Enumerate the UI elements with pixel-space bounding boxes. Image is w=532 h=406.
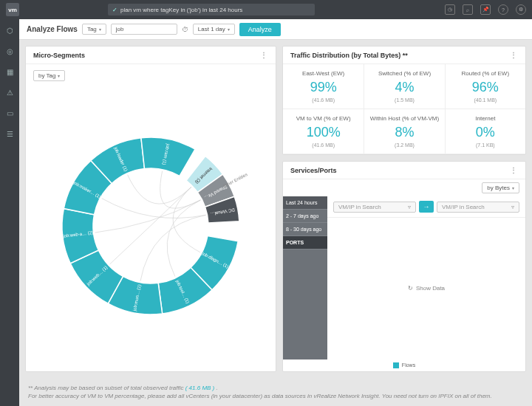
- kebab-icon[interactable]: ⋮: [510, 166, 518, 174]
- traffic-metric[interactable]: Within Host (% of VM-VM)8%(3.2 MB): [364, 109, 444, 154]
- nav-home-icon[interactable]: ⬡: [4, 25, 15, 35]
- history-icon[interactable]: ◷: [445, 4, 455, 15]
- metric-subtext: (3.2 MB): [369, 142, 440, 148]
- bybytes-selector[interactable]: by Bytes▾: [482, 182, 519, 193]
- card-title: Services/Ports: [290, 167, 337, 174]
- filter-bar: Analyze Flows Tag▾ job ⏱ Last 1 day▾ Ana…: [19, 19, 532, 40]
- metric-title: VM to VM (% of EW): [287, 115, 359, 122]
- time-range-selector[interactable]: Last 1 day▾: [193, 24, 235, 35]
- card-title: Micro-Segments: [33, 52, 85, 59]
- metric-value: 99%: [287, 80, 359, 95]
- kebab-icon[interactable]: ⋮: [510, 51, 518, 59]
- flow-chord: [128, 175, 191, 204]
- nav-entity-icon[interactable]: ▭: [4, 108, 15, 118]
- metric-subtext: (1.5 MB): [369, 97, 440, 103]
- ports-tab[interactable]: PORTS: [283, 236, 327, 250]
- chevron-down-icon: ▾: [99, 27, 101, 32]
- tag-value-input[interactable]: job: [111, 24, 177, 35]
- traffic-metrics-grid: East-West (EW)99%(41.6 MB)Switched (% of…: [283, 64, 525, 154]
- app-logo[interactable]: vm: [6, 3, 19, 16]
- footer-note: ** Analysis may be based on subset of to…: [19, 378, 532, 406]
- chevron-down-icon: ▾: [228, 27, 230, 32]
- check-icon: ✓: [112, 7, 117, 13]
- metric-value: 96%: [450, 80, 521, 95]
- dest-vm-select[interactable]: VM/IP in Search▿: [437, 202, 519, 213]
- bytag-selector[interactable]: by Tag▾: [33, 70, 65, 81]
- metric-title: Internet: [450, 115, 521, 122]
- services-header: Services/Ports ⋮: [283, 162, 525, 179]
- pin-icon[interactable]: 📌: [480, 4, 491, 15]
- settings-icon[interactable]: ⚙: [516, 4, 526, 15]
- metric-value: 0%: [450, 125, 521, 140]
- time-tab[interactable]: 8 - 30 days ago: [283, 223, 327, 236]
- metric-subtext: (7.1 KB): [450, 142, 521, 148]
- traffic-metric[interactable]: Routed (% of EW)96%(40.1 MB): [445, 64, 525, 109]
- source-vm-select[interactable]: VM/IP in Search▿: [333, 202, 416, 213]
- chevron-down-icon: ▿: [408, 204, 411, 210]
- nav-saved-icon[interactable]: ☰: [4, 128, 15, 139]
- metric-subtext: (41.6 MB): [287, 142, 359, 148]
- services-legend: Flows: [283, 359, 525, 371]
- services-filter-row: VM/IP in Search▿ → VM/IP in Search▿: [327, 196, 525, 218]
- nav-security-icon[interactable]: ▦: [4, 66, 15, 77]
- arrow-right-icon: →: [419, 201, 434, 213]
- card-title: Traffic Distribution (by Total Bytes) **: [290, 52, 408, 59]
- metric-title: Switched (% of EW): [369, 70, 440, 77]
- flow-chord: [95, 200, 201, 233]
- microsegments-chart[interactable]: job:dlagn… (1)job:tool… (1)job:mon… (1)j…: [26, 81, 276, 371]
- metric-value: 8%: [369, 125, 440, 140]
- traffic-metric[interactable]: East-West (EW)99%(41.6 MB): [283, 64, 364, 109]
- top-icon-group: ◷ ⌕ 📌 ? ⚙: [445, 4, 526, 15]
- reload-icon: ↻: [408, 285, 413, 292]
- metric-subtext: (40.1 MB): [450, 97, 521, 103]
- time-tab[interactable]: 2 - 7 days ago: [283, 210, 327, 223]
- microsegments-header: Micro-Segments ⋮: [26, 47, 276, 64]
- nav-plan-icon[interactable]: ◎: [4, 46, 15, 56]
- traffic-metric[interactable]: Internet0%(7.1 KB): [445, 109, 525, 154]
- legend-swatch: [393, 362, 399, 368]
- metric-subtext: (41.6 MB): [287, 97, 359, 103]
- analyze-button[interactable]: Analyze: [239, 23, 281, 36]
- metric-title: Routed (% of EW): [450, 70, 521, 77]
- flow-chord: [173, 187, 200, 252]
- traffic-metric[interactable]: VM to VM (% of EW)100%(41.6 MB): [283, 109, 364, 154]
- topbar: vm ✓ plan vm where tagKey in ('job') in …: [0, 0, 532, 19]
- show-data-button[interactable]: ↻ Show Data: [327, 218, 525, 359]
- time-tab[interactable]: Last 24 hours: [283, 196, 327, 210]
- clock-icon: ⏱: [182, 26, 188, 33]
- group-by-selector[interactable]: Tag▾: [82, 24, 106, 35]
- chevron-down-icon: ▿: [511, 204, 514, 210]
- metric-title: Within Host (% of VM-VM): [369, 115, 440, 122]
- metric-value: 4%: [369, 80, 440, 95]
- help-icon[interactable]: ?: [498, 4, 508, 15]
- chevron-down-icon: ▾: [58, 73, 60, 78]
- kebab-icon[interactable]: ⋮: [260, 51, 268, 59]
- search-icon[interactable]: ⌕: [463, 4, 473, 15]
- chevron-down-icon: ▾: [512, 185, 514, 190]
- traffic-header: Traffic Distribution (by Total Bytes) **…: [283, 47, 525, 64]
- nav-alerts-icon[interactable]: ⚠: [4, 87, 15, 97]
- flow-chord: [102, 199, 206, 219]
- left-nav: ⬡ ◎ ▦ ⚠ ▭ ☰: [0, 19, 19, 406]
- traffic-metric[interactable]: Switched (% of EW)4%(1.5 MB): [364, 64, 444, 109]
- page-title: Analyze Flows: [27, 25, 78, 33]
- traffic-link[interactable]: ( 41.6 MB ): [185, 385, 215, 391]
- flow-chord: [110, 187, 191, 265]
- metric-title: East-West (EW): [287, 70, 359, 77]
- services-time-tabs: Last 24 hours2 - 7 days ago8 - 30 days a…: [283, 196, 327, 359]
- global-search[interactable]: ✓ plan vm where tagKey in ('job') in las…: [108, 4, 315, 16]
- metric-value: 100%: [287, 125, 359, 140]
- search-text: plan vm where tagKey in ('job') in last …: [120, 7, 242, 13]
